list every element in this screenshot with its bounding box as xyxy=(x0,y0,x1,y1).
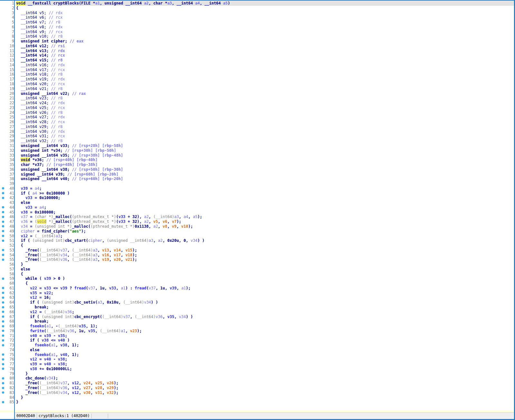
code-text[interactable]: break; xyxy=(16,305,514,310)
code-text[interactable]: else xyxy=(16,348,514,352)
code-text[interactable]: if ( (unsigned int)cbc_encrypt((__int64)… xyxy=(16,315,514,319)
code-text[interactable]: __int64 v29; // r8 xyxy=(16,124,514,129)
code-text[interactable]: { xyxy=(16,6,514,11)
code-text[interactable]: _free((__int64)v34, (__int64)a3, v16, v1… xyxy=(16,253,514,258)
code-text[interactable]: __int64 v6; // rcx xyxy=(16,15,514,20)
code-text[interactable]: _free((__int64)v37, v12, v24, v25, v26); xyxy=(16,381,514,386)
code-text[interactable]: __int64 v20; // rcx xyxy=(16,82,514,87)
code-text[interactable]: __int64 v28; // rcx xyxy=(16,120,514,124)
code-text[interactable]: } xyxy=(16,395,514,400)
code-text[interactable]: if ( (unsigned int)cbc_start(cipher, (un… xyxy=(16,238,514,243)
code-text[interactable]: else xyxy=(16,200,514,205)
code-text[interactable]: if ( v38 <= v40 ) xyxy=(16,338,514,343)
code-text[interactable]: __int64 v30; // rdx xyxy=(16,129,514,134)
code-text[interactable]: unsigned int *v34; // [rsp+30h] [rbp-50h… xyxy=(16,148,514,153)
code-text[interactable]: v39 = a4; xyxy=(16,186,514,191)
code-text[interactable]: unsigned __int64 v38; // [rsp+50h] [rbp-… xyxy=(16,167,514,172)
code-text[interactable]: unsigned int cipher; // eax xyxy=(16,39,514,44)
code-text[interactable]: __int64 v12; // rsi xyxy=(16,44,514,49)
code-text[interactable]: _free((__int64)v34, v12, v30, v31, v32); xyxy=(16,390,514,395)
code-text[interactable]: __int64 v10; // r8 xyxy=(16,34,514,39)
statement-dot-icon xyxy=(0,253,6,258)
code-text[interactable]: _free((__int64)v36, v12, v27, v28, v29); xyxy=(16,386,514,390)
line-number: 18 xyxy=(6,82,14,87)
code-text[interactable]: __int64 v18; // r8 xyxy=(16,72,514,77)
code-text[interactable]: __int64 v31; // rcx xyxy=(16,134,514,139)
code-line: 26 __int64 v28; // rcx xyxy=(0,120,514,124)
code-text[interactable] xyxy=(16,181,514,186)
code-text[interactable]: unsigned __int64 v35; // [rsp+38h] [rbp-… xyxy=(16,153,514,158)
statement-dot-placeholder xyxy=(0,272,6,277)
code-text[interactable]: else xyxy=(16,267,514,272)
code-text[interactable]: __int64 v32; // r8 xyxy=(16,139,514,143)
code-text[interactable]: cbc_done(v34); xyxy=(16,376,514,381)
code-text[interactable]: fseeko(a1, -(__int64)v35, 1); xyxy=(16,324,514,329)
statement-dot-icon xyxy=(0,333,6,338)
code-text[interactable]: v36 = (void *)_malloc((pthread_mutex_t *… xyxy=(16,219,514,224)
code-text[interactable]: v12 = 16; xyxy=(16,295,514,300)
line-number: 65 xyxy=(6,305,14,310)
code-text[interactable]: v34 = (unsigned int *)_malloc((pthread_m… xyxy=(16,224,514,229)
code-text[interactable]: break; xyxy=(16,319,514,324)
code-text[interactable]: if ( (unsigned int)cbc_setiv(a3, 0x10u, … xyxy=(16,300,514,305)
code-text[interactable]: while ( v39 > 0 ) xyxy=(16,276,514,281)
code-text[interactable]: v38 = 0x100000; xyxy=(16,210,514,215)
code-text[interactable]: __int64 v27; // rdx xyxy=(16,115,514,120)
code-text[interactable]: __int64 v23; // r8 xyxy=(16,96,514,101)
code-text[interactable]: __int64 v16; // rdx xyxy=(16,63,514,68)
code-text[interactable]: _free((__int64)v37, (__int64)a3, v13, v1… xyxy=(16,248,514,253)
code-text[interactable]: __int64 v25; // rcx xyxy=(16,105,514,110)
code-text[interactable]: void *v36; // [rsp+40h] [rbp-40h] xyxy=(16,158,514,162)
status-position: cryptBlocks:1 (402D40) xyxy=(37,414,92,418)
code-text[interactable]: signed __int64 v39; // [rsp+60h] [rbp-20… xyxy=(16,172,514,177)
code-text[interactable]: } xyxy=(16,262,514,267)
statement-dot-placeholder xyxy=(0,267,6,272)
code-text[interactable]: v22 = v33 <= v39 ? fread(v37, 1u, v33, a… xyxy=(16,286,514,291)
pseudocode-view[interactable]: 1void __fastcall cryptBlocks(FILE *a1, u… xyxy=(0,1,514,410)
code-text[interactable]: __int64 v5; // rdx xyxy=(16,11,514,15)
code-text[interactable]: unsigned __int64 v40; // [rsp+60h] [rbp-… xyxy=(16,177,514,181)
code-text[interactable]: v37 = (char *)_malloc((pthread_mutex_t *… xyxy=(16,215,514,219)
code-line: 83 _free((__int64)v34, v12, v30, v31, v3… xyxy=(0,390,514,395)
code-text[interactable]: __int64 v7; // r8 xyxy=(16,20,514,25)
statement-dot-icon xyxy=(0,210,6,215)
code-text[interactable]: v33 = a4; xyxy=(16,205,514,210)
code-text[interactable]: v39 = v40 - v38; xyxy=(16,362,514,367)
code-text[interactable]: unsigned __int64 v22; // rax xyxy=(16,91,514,96)
code-text[interactable]: v40 = v39 - v35; xyxy=(16,333,514,338)
code-text[interactable]: v33 = 0x100000; xyxy=(16,196,514,200)
code-text[interactable]: v12 = (__int64)a3; xyxy=(16,234,514,239)
code-text[interactable]: unsigned __int64 v33; // [rsp+28h] [rbp-… xyxy=(16,143,514,148)
code-text[interactable]: fseeko(a1, v38, 1); xyxy=(16,343,514,348)
code-text[interactable]: __int64 v14; // rcx xyxy=(16,53,514,58)
code-text[interactable]: v38 += 0x100000LL; xyxy=(16,367,514,371)
code-text[interactable]: { xyxy=(16,243,514,248)
code-text[interactable]: char *v37; // [rsp+48h] [rbp-38h] xyxy=(16,162,514,167)
code-text[interactable]: } xyxy=(16,371,514,376)
code-line: 70 fwrite((__int64)v36, 1u, v35, (__int6… xyxy=(0,329,514,333)
code-text[interactable]: cipher = find_cipher("aes"); xyxy=(16,229,514,234)
code-text[interactable]: __int64 v9; // rcx xyxy=(16,30,514,34)
code-text[interactable]: __int64 v8; // rdx xyxy=(16,25,514,30)
code-text[interactable]: if ( a4 >= 0x100000 ) xyxy=(16,191,514,196)
code-text[interactable]: v12 = v40 - v38; xyxy=(16,357,514,362)
code-line: 77 v39 = v40 - v38; xyxy=(0,362,514,367)
code-text[interactable]: v35 = v22; xyxy=(16,291,514,296)
code-text[interactable]: v12 = (__int64)v36; xyxy=(16,310,514,315)
code-line: 79 } xyxy=(0,371,514,376)
code-text[interactable]: _free((__int64)v36, (__int64)a3, v19, v2… xyxy=(16,257,514,262)
code-text[interactable]: { xyxy=(16,281,514,286)
code-text[interactable]: __int64 v15; // r8 xyxy=(16,58,514,63)
code-text[interactable]: fwrite((__int64)v36, 1u, v35, (__int64)a… xyxy=(16,329,514,333)
code-text[interactable]: { xyxy=(16,272,514,277)
code-text[interactable]: __int64 v24; // rdx xyxy=(16,101,514,105)
code-text[interactable]: } xyxy=(16,400,514,405)
code-text[interactable]: __int64 v13; // rdx xyxy=(16,49,514,53)
code-text[interactable]: fseeko(a1, v40, 1); xyxy=(16,352,514,357)
code-text[interactable]: __int64 v21; // r8 xyxy=(16,87,514,91)
line-number: 67 xyxy=(6,315,14,319)
code-text[interactable]: void __fastcall cryptBlocks(FILE *a1, un… xyxy=(16,1,514,6)
code-text[interactable]: __int64 v17; // rcx xyxy=(16,68,514,72)
code-text[interactable]: __int64 v19; // rdx xyxy=(16,77,514,82)
code-text[interactable]: __int64 v26; // r8 xyxy=(16,110,514,115)
